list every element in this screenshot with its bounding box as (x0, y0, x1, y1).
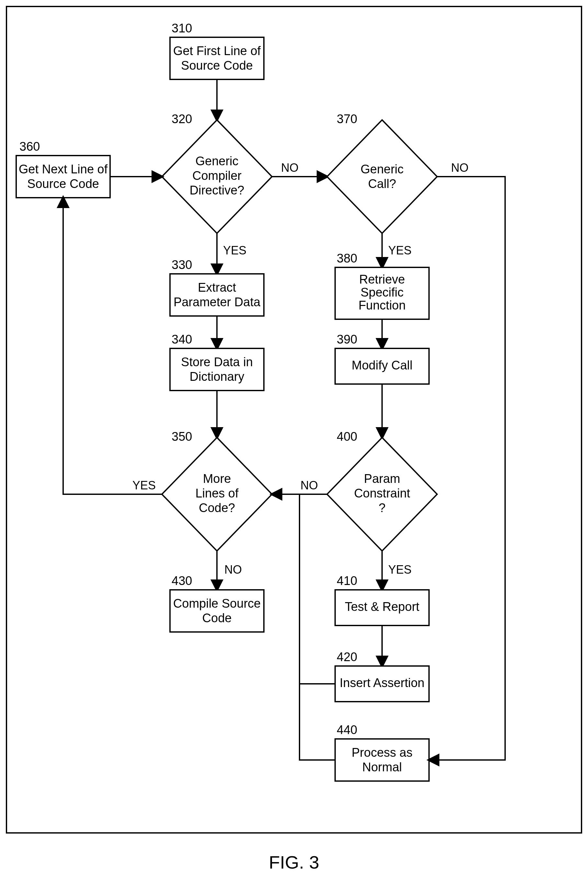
diamond-370-line2: Call? (368, 177, 396, 191)
outer-border (6, 6, 582, 833)
ref-310: 310 (172, 21, 192, 35)
box-get-first-line (170, 37, 264, 80)
box-390-line1: Modify Call (352, 358, 412, 372)
ref-320: 320 (172, 112, 192, 126)
box-340-line1: Store Data in (181, 355, 253, 369)
diamond-320-line2: Compiler (192, 169, 242, 182)
diamond-370-line1: Generic (360, 163, 404, 176)
box-430-line1: Compile Source (173, 597, 261, 610)
label-320-no: NO (281, 161, 298, 175)
box-310-line2: Source Code (181, 59, 253, 72)
box-360-line1: Get Next Line of (19, 163, 108, 176)
ref-430: 430 (172, 574, 192, 588)
box-process-as-normal (335, 739, 429, 781)
box-430-line2: Code (202, 611, 232, 625)
diamond-320-line1: Generic (195, 154, 238, 168)
diamond-400-line1: Param (364, 472, 400, 486)
diamond-320-line3: Directive? (190, 184, 244, 197)
ref-340: 340 (172, 333, 192, 346)
ref-410: 410 (337, 574, 357, 588)
label-350-no: NO (224, 563, 242, 576)
figure-caption: FIG. 3 (269, 852, 319, 873)
box-380-line1: Retrieve (359, 272, 405, 286)
box-440-line2: Normal (362, 760, 402, 774)
ref-350: 350 (172, 430, 192, 443)
box-380-line3: Function (358, 298, 406, 312)
ref-390: 390 (337, 333, 357, 346)
ref-370: 370 (337, 112, 357, 126)
ref-360: 360 (20, 140, 40, 153)
box-360-line2: Source Code (27, 177, 99, 191)
ref-330: 330 (172, 258, 192, 272)
box-compile-source-code (170, 590, 264, 632)
diamond-350-line3: Code? (199, 501, 235, 515)
ref-420: 420 (337, 650, 357, 664)
box-380-line2: Specific (360, 286, 404, 299)
box-extract-parameter-data (170, 274, 264, 316)
diamond-350-line2: Lines of (195, 486, 238, 500)
flowchart: 310 Get First Line of Source Code 320 Ge… (0, 0, 588, 888)
diamond-400-line2: Constraint (354, 486, 410, 500)
box-440-line1: Process as (352, 746, 412, 759)
label-350-yes: YES (132, 479, 156, 492)
diamond-400-line3: ? (378, 501, 385, 515)
box-310-line1: Get First Line of (173, 44, 261, 58)
box-410-line1: Test & Report (345, 600, 420, 614)
label-370-yes: YES (388, 244, 411, 257)
box-420-line1: Insert Assertion (340, 676, 424, 690)
box-330-line2: Parameter Data (174, 295, 261, 309)
box-340-line2: Dictionary (190, 370, 244, 384)
label-400-no: NO (300, 479, 318, 492)
diamond-350-line1: More (203, 472, 231, 486)
box-get-next-line (16, 155, 110, 198)
label-370-no: NO (451, 161, 468, 175)
ref-400: 400 (337, 430, 357, 443)
label-400-yes: YES (388, 563, 411, 576)
label-320-yes: YES (223, 244, 246, 257)
box-store-data-in-dictionary (170, 348, 264, 391)
box-330-line1: Extract (198, 281, 236, 294)
ref-380: 380 (337, 251, 357, 265)
ref-440: 440 (337, 723, 357, 737)
